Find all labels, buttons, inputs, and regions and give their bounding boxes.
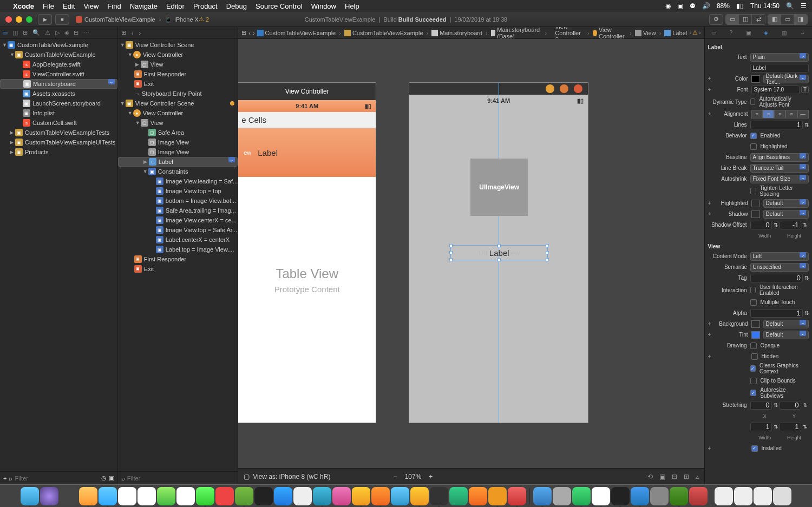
outline-filter-input[interactable] — [127, 475, 234, 482]
window-close[interactable] — [5, 16, 12, 23]
editor-mode-icon[interactable]: ⚙ — [710, 15, 723, 24]
canvas-label-selected[interactable]: UIlmageView Label — [450, 245, 548, 260]
standard-editor-button[interactable]: ▭ — [726, 15, 739, 24]
stretch-x-field[interactable] — [750, 401, 772, 410]
run-button[interactable] — [38, 14, 52, 25]
menu-product[interactable]: Product — [193, 2, 218, 10]
tree-group[interactable]: ▼▣CustomTableViewExample — [0, 50, 117, 60]
back-icon[interactable]: ‹ — [248, 30, 251, 36]
menu-window[interactable]: Window — [311, 2, 336, 10]
dock-app[interactable] — [449, 487, 468, 505]
dock-app[interactable] — [371, 487, 390, 505]
semantic-select[interactable]: Unspecified — [750, 263, 809, 272]
volume-icon[interactable]: 🔊 — [702, 2, 710, 10]
nav-tab-icon[interactable]: ◈ — [64, 29, 69, 36]
dock-app[interactable] — [274, 487, 292, 505]
outline-imageview[interactable]: ▢Image View — [118, 147, 238, 157]
fr-dock-icon[interactable] — [560, 84, 568, 93]
update-frames-icon[interactable]: ⟲ — [647, 473, 653, 480]
uie-checkbox[interactable] — [750, 287, 756, 293]
canvas-imageview[interactable]: UIImageView — [470, 159, 528, 216]
resize-handle[interactable] — [497, 244, 501, 247]
clip-checkbox[interactable] — [750, 378, 757, 384]
connections-inspector-tab[interactable]: → — [800, 30, 806, 36]
outline-constraints[interactable]: ▼▣Constraints — [118, 167, 238, 176]
outline-vc[interactable]: ▼●View Controller — [118, 108, 238, 118]
hidden-checkbox[interactable] — [751, 353, 758, 360]
help-inspector-tab[interactable]: ? — [730, 30, 733, 36]
content-mode-select[interactable]: Left — [750, 252, 809, 261]
stretch-y-field[interactable] — [780, 401, 801, 410]
add-icon[interactable]: + — [708, 111, 713, 117]
shadow-width-field[interactable] — [750, 221, 772, 229]
outline-first-responder[interactable]: ▣First Responder — [118, 254, 238, 264]
exit-dock-icon[interactable] — [574, 84, 582, 93]
zoom-out-button[interactable]: − — [394, 473, 397, 480]
resize-handle[interactable] — [497, 258, 501, 261]
dock-app-calendar[interactable] — [118, 487, 136, 505]
dock-app-finder[interactable] — [21, 487, 39, 505]
baseline-select[interactable]: Align Baselines — [750, 153, 809, 162]
add-icon[interactable]: + — [708, 353, 713, 359]
status-icon[interactable]: ▣ — [677, 2, 683, 10]
tighten-checkbox[interactable] — [750, 188, 756, 194]
version-editor-button[interactable]: ⇄ — [752, 15, 765, 24]
nav-tab-icon[interactable]: ⋯ — [83, 29, 89, 36]
dock-app-launchpad[interactable] — [60, 487, 78, 505]
highlighted-checkbox[interactable] — [750, 143, 757, 150]
menu-find[interactable]: Find — [107, 2, 121, 10]
battery-icon[interactable]: ▮▯ — [736, 2, 744, 10]
installed-checkbox[interactable] — [751, 445, 758, 452]
project-navigator-tab[interactable]: ▭ — [2, 29, 8, 36]
attributes-inspector-tab[interactable]: ◈ — [764, 30, 768, 36]
dock-app-itunes[interactable] — [332, 487, 351, 505]
tree-file[interactable]: sCustomCell.swift — [0, 118, 117, 128]
stepper-icon[interactable]: ⇅ — [774, 424, 778, 430]
enabled-checkbox[interactable] — [750, 133, 757, 139]
menu-icon[interactable]: ☰ — [801, 2, 807, 10]
tree-group[interactable]: ▶▣CustomTableViewExampleTests — [0, 128, 117, 137]
stepper-icon[interactable]: ⇅ — [803, 424, 807, 430]
stepper-icon[interactable]: ⇅ — [803, 222, 807, 228]
color-swatch[interactable] — [751, 200, 760, 207]
resize-handle[interactable] — [546, 244, 549, 247]
dock-folder[interactable] — [734, 487, 752, 505]
resize-handle[interactable] — [546, 258, 549, 261]
menu-source-control[interactable]: Source Control — [256, 2, 303, 10]
window-zoom[interactable] — [26, 16, 32, 23]
outline-scene[interactable]: ▼▣View Controller Scene — [118, 40, 238, 50]
outline-toggle-icon[interactable]: ⊞ — [121, 29, 126, 36]
window-minimize[interactable] — [16, 16, 22, 23]
scheme-target[interactable]: CustomTableViewExample — [84, 16, 155, 23]
stepper-icon[interactable]: ⇅ — [804, 310, 809, 316]
add-icon[interactable]: + — [708, 200, 713, 206]
resize-handle[interactable] — [449, 258, 453, 261]
dock-app[interactable] — [254, 487, 273, 505]
color-swatch[interactable] — [751, 210, 760, 218]
add-icon[interactable]: + — [708, 321, 713, 327]
add-icon[interactable]: + — [708, 445, 713, 451]
tree-file[interactable]: sAppDelegate.swift — [0, 60, 117, 69]
dock-app[interactable] — [508, 487, 526, 505]
prev-issue-icon[interactable]: ‹ — [689, 29, 691, 36]
dynamic-type-checkbox[interactable] — [750, 98, 756, 105]
dock-app-mail[interactable] — [99, 487, 117, 505]
dock-app[interactable] — [469, 487, 487, 505]
filter-input[interactable] — [15, 475, 99, 482]
dock-folder[interactable] — [754, 487, 772, 505]
pin-icon[interactable]: ⊞ — [684, 473, 689, 480]
identity-inspector-tab[interactable]: ▣ — [746, 30, 751, 36]
outline-constraint[interactable]: ▣Safe Area.trailing = Imag... — [118, 206, 238, 215]
outline-vc[interactable]: ▼●View Controller — [118, 50, 238, 60]
tree-project[interactable]: ▼▣CustomTableViewExample — [0, 40, 117, 50]
outline-constraint[interactable]: ▣Image View.leading = Saf... — [118, 176, 238, 186]
dock-app[interactable] — [430, 487, 448, 505]
dock-folder[interactable] — [715, 487, 733, 505]
canvas-scene-2[interactable]: 9:41 AM▮▯ UIImageView UIlmageView Label — [409, 82, 588, 423]
nav-tab-icon[interactable]: ◫ — [12, 29, 18, 36]
shadow-color-select[interactable]: Default — [763, 210, 809, 219]
scm-filter-icon[interactable]: ▣ — [109, 475, 114, 482]
resolve-icon[interactable]: ▵ — [696, 473, 699, 480]
outline-exit[interactable]: ▣Exit — [118, 264, 238, 274]
canvas-scene-1[interactable]: View Controller 9:41 AM▮▯ e Cells ew Lab… — [238, 82, 376, 423]
